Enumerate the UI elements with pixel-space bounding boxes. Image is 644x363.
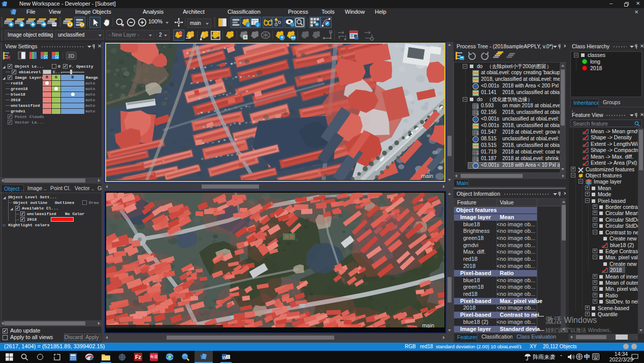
svg-text:W: W bbox=[222, 355, 227, 360]
svg-text:3D: 3D bbox=[68, 53, 75, 59]
